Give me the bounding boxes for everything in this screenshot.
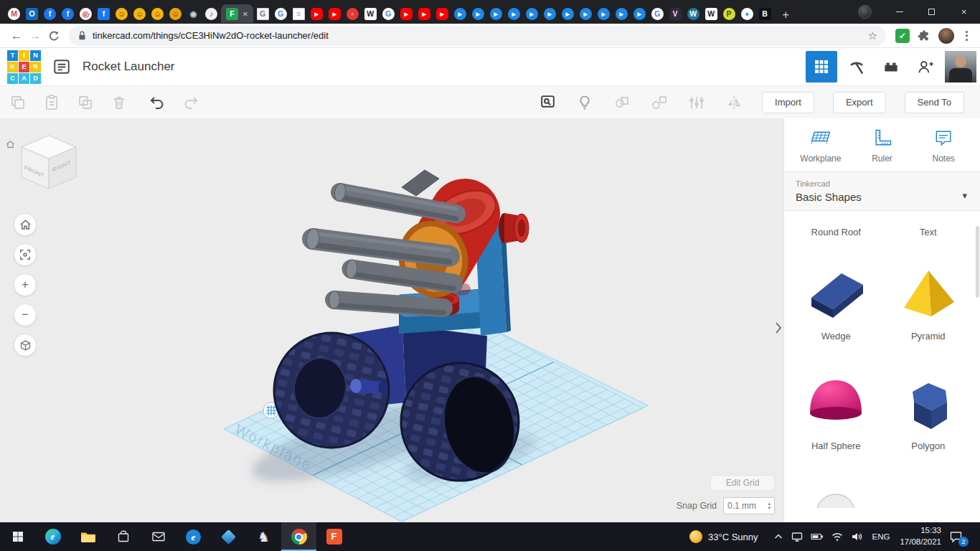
minimize-button[interactable] (883, 0, 915, 24)
tab-steam[interactable]: ◉ (185, 4, 202, 23)
taskbar-f-app[interactable]: F (316, 522, 352, 551)
tab-blue-play[interactable]: ▸ (506, 4, 522, 23)
panel-collapse-button[interactable] (773, 314, 783, 342)
new-tab-button[interactable]: + (777, 6, 795, 24)
taskbar-game[interactable]: ♞ (246, 522, 281, 551)
paste-button[interactable] (42, 93, 61, 112)
reload-button[interactable] (44, 30, 63, 42)
tips-button[interactable] (575, 93, 594, 112)
taskbar-edge-legacy[interactable]: e (176, 522, 211, 551)
hidden-icons-button[interactable] (773, 532, 783, 541)
taskbar-chrome[interactable] (281, 522, 316, 551)
design-title[interactable]: Rocket Launcher (83, 60, 175, 74)
tool-ruler[interactable]: Ruler (852, 128, 913, 164)
browser-menu-button[interactable] (960, 31, 973, 41)
tab-search-button[interactable] (858, 5, 872, 19)
tab-blue-play[interactable]: ▸ (524, 4, 540, 23)
tab-red-dot[interactable]: ◦ (344, 4, 361, 23)
taskbar-store[interactable] (105, 522, 141, 551)
tab-google[interactable]: G (380, 4, 397, 23)
tab-google[interactable]: G (273, 4, 289, 23)
url-text[interactable]: tinkercad.com/things/cCE3HiNw2dO-rocket-… (93, 30, 329, 41)
sidebar-scrollbar[interactable] (976, 226, 979, 298)
model-pivot-disc[interactable] (499, 213, 529, 243)
user-avatar[interactable] (945, 51, 976, 83)
start-button[interactable] (0, 522, 35, 551)
annotation-button[interactable] (538, 93, 557, 112)
action-center-button[interactable]: 2 (949, 530, 967, 543)
model-rocket-launcher[interactable] (274, 170, 529, 481)
tab-outlook[interactable]: O (24, 4, 40, 23)
tab-emoji[interactable]: ☺ (149, 4, 166, 23)
redo-button[interactable] (182, 93, 200, 112)
share-invite-button[interactable] (910, 52, 941, 82)
taskbar-edge[interactable]: e (35, 522, 70, 551)
tab-youtube[interactable]: ▸ (416, 4, 433, 23)
home-view-mini-button[interactable] (6, 140, 15, 149)
tab-translate[interactable]: G (255, 4, 271, 23)
send-to-button[interactable]: Send To (905, 92, 964, 113)
delete-button[interactable] (110, 93, 128, 112)
shape-partial-next[interactable] (790, 491, 882, 508)
taskbar-photos[interactable] (211, 522, 246, 551)
zoom-out-button[interactable]: − (14, 303, 37, 326)
tab-wikipedia[interactable]: W (362, 4, 379, 23)
3d-scene[interactable]: Workplane (0, 118, 783, 522)
tinkercad-logo[interactable]: TINKERCAD (7, 50, 41, 84)
browser-profile-avatar[interactable] (938, 28, 954, 44)
tab-blue-play[interactable]: ▸ (488, 4, 504, 23)
blocks-pickaxe-button[interactable] (842, 52, 872, 82)
tab-blue-play[interactable]: ▸ (452, 4, 468, 23)
tab-close-icon[interactable]: × (242, 9, 248, 19)
tab-gmail[interactable]: M (6, 4, 22, 23)
tab-blue-play[interactable]: ▸ (613, 4, 630, 23)
snap-grid-spinner[interactable]: ▴▾ (768, 501, 771, 510)
tab-voice[interactable]: ♪ (203, 4, 220, 23)
shape-pyramid[interactable]: Pyramid (882, 263, 975, 342)
taskbar-explorer[interactable] (70, 522, 105, 551)
close-button[interactable]: × (948, 0, 980, 24)
import-button[interactable]: Import (762, 92, 814, 113)
tab-blue-play[interactable]: ▸ (578, 4, 594, 23)
tab-target[interactable]: ◎ (77, 4, 94, 23)
tab-youtube[interactable]: ▸ (398, 4, 415, 23)
ungroup-button[interactable] (650, 93, 669, 112)
tab-blue-gem[interactable]: ♦ (739, 4, 755, 23)
tool-notes[interactable]: Notes (913, 128, 974, 164)
tab-facebook-sq[interactable]: f (95, 4, 112, 23)
tab-youtube[interactable]: ▸ (308, 4, 325, 23)
tab-google[interactable]: G (649, 4, 666, 23)
tray-wifi-icon[interactable] (831, 532, 843, 542)
perspective-toggle-button[interactable] (14, 334, 37, 357)
tab-strip[interactable]: MOff◎f☺☺☺☺◉♪F×GG≡▸▸◦WG▸▸▸▸▸▸▸▸▸▸▸▸▸▸GVWW… (6, 0, 773, 24)
tab-p2[interactable]: P (721, 4, 738, 23)
design-menu-button[interactable] (52, 57, 71, 76)
tab-emoji[interactable]: ☺ (167, 4, 184, 23)
tab-emoji[interactable]: ☺ (113, 4, 130, 23)
tab-doc[interactable]: ≡ (291, 4, 307, 23)
shape-wedge[interactable]: Wedge (790, 263, 882, 342)
taskbar-clock[interactable]: 15:33 17/08/2021 (900, 525, 941, 547)
align-button[interactable] (687, 93, 706, 112)
tab-blue-play[interactable]: ▸ (470, 4, 486, 23)
tray-battery-icon[interactable] (811, 532, 824, 541)
fit-view-button[interactable] (14, 243, 37, 266)
tab-bim[interactable]: B (757, 4, 773, 23)
home-view-button[interactable] (14, 213, 37, 236)
undo-button[interactable] (148, 93, 166, 112)
tab-blue-play[interactable]: ▸ (631, 4, 648, 23)
shape-polygon[interactable]: Polygon (882, 373, 975, 451)
tab-facebook[interactable]: f (42, 4, 58, 23)
bricks-button[interactable] (876, 52, 906, 82)
snap-grid-select[interactable]: 0.1 mm ▴▾ (723, 497, 775, 514)
extension-check-icon[interactable]: ✓ (895, 29, 910, 43)
language-indicator[interactable]: ENG (870, 532, 892, 541)
zoom-in-button[interactable]: + (14, 273, 37, 296)
tab-vanced[interactable]: V (667, 4, 684, 23)
tray-volume-icon[interactable] (851, 532, 862, 542)
dashboard-grid-button[interactable] (806, 51, 837, 83)
shape-text[interactable]: Text (882, 222, 975, 237)
shape-round-roof[interactable]: Round Roof (790, 222, 882, 237)
copy-button[interactable] (9, 93, 27, 112)
bookmark-star-icon[interactable]: ☆ (868, 29, 877, 42)
